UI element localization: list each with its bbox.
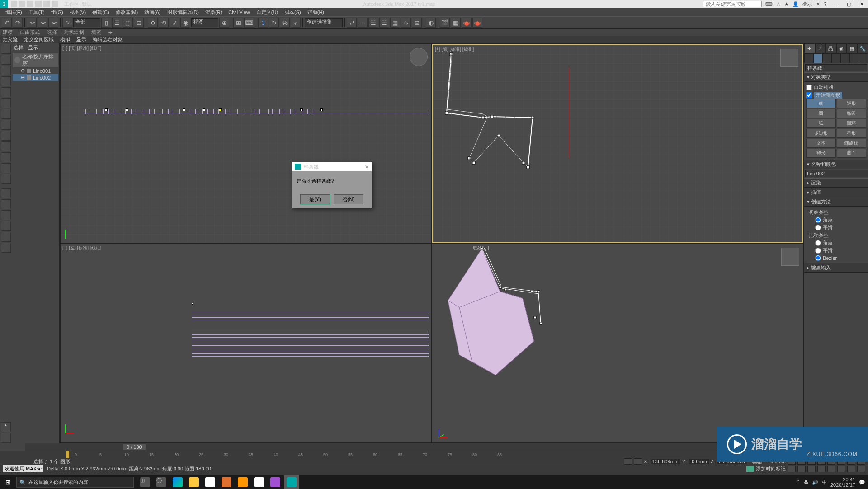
left-btn-layout[interactable] <box>1 433 11 443</box>
obj-text[interactable]: 文本 <box>806 139 836 148</box>
time-marker[interactable] <box>66 451 69 458</box>
left-btn-18[interactable] <box>1 232 11 242</box>
scale-button[interactable]: ⤢ <box>170 18 179 28</box>
minimize-button[interactable]: — <box>830 0 843 8</box>
frame-indicator[interactable]: 0 / 100 <box>123 444 146 450</box>
left-btn-13[interactable] <box>1 174 11 184</box>
app-notes[interactable] <box>251 475 267 489</box>
manip-button[interactable]: ⊞ <box>233 18 243 28</box>
selfilter-button[interactable]: ≋ <box>62 18 72 28</box>
ref-coord[interactable]: 视图 <box>191 18 218 27</box>
viewcube[interactable] <box>410 48 428 66</box>
layer-button[interactable]: ☱ <box>368 18 378 28</box>
nav-x1[interactable] <box>847 466 855 472</box>
named-selset[interactable]: 创建选择集 <box>305 18 343 27</box>
obj-donut[interactable]: 圆环 <box>837 119 867 128</box>
user-icon[interactable]: 👤 <box>793 1 799 7</box>
menu-view[interactable]: 视图(V) <box>67 9 89 16</box>
timetag-icon[interactable] <box>746 466 754 472</box>
tray-net-icon[interactable]: 🖧 <box>803 480 808 485</box>
notifications-icon[interactable]: 💬 <box>859 480 865 485</box>
nav-max[interactable] <box>837 466 845 472</box>
qat-undo-icon[interactable] <box>35 1 42 7</box>
sub-geometry[interactable] <box>804 53 813 63</box>
sub-shapes[interactable] <box>813 53 822 63</box>
selrect-button[interactable]: ⬚ <box>123 18 133 28</box>
tab-motion[interactable]: ◉ <box>836 43 847 53</box>
app-firefox[interactable] <box>235 475 250 489</box>
drag-corner-radio[interactable] <box>815 240 821 246</box>
renderprod-button[interactable]: 🫖 <box>472 18 482 28</box>
visibility-icon[interactable] <box>14 57 20 63</box>
left-btn-8[interactable] <box>1 120 11 130</box>
startshape-checkbox[interactable] <box>806 92 812 98</box>
ribbon-objpaint[interactable]: 对象绘制 <box>64 29 84 36</box>
addtime-label[interactable]: 添加时间标记 <box>756 465 786 472</box>
tray-up-icon[interactable]: ˄ <box>797 480 800 485</box>
init-corner-radio[interactable] <box>815 217 821 223</box>
snap-button[interactable]: 3 <box>258 18 268 28</box>
selwindow-button[interactable]: ⊡ <box>134 18 144 28</box>
left-btn-7[interactable] <box>1 109 11 119</box>
menu-modifiers[interactable]: 修改器(M) <box>113 9 141 16</box>
cortana-button[interactable]: ◯ <box>154 475 169 489</box>
maximize-button[interactable]: ▢ <box>843 0 855 8</box>
rollout-render-header[interactable]: ▸ 渲染 <box>804 178 868 188</box>
obj-helix[interactable]: 螺旋线 <box>837 139 867 148</box>
tray-ime-icon[interactable]: 中 <box>822 479 827 486</box>
sub-sim[interactable]: 模拟 <box>60 36 70 43</box>
sub-systems[interactable] <box>859 53 868 63</box>
taskview-button[interactable]: ◫ <box>137 475 153 489</box>
tab-create[interactable]: ✚ <box>804 43 815 53</box>
anglesnap-button[interactable]: ↻ <box>269 18 279 28</box>
ribbon-modeling[interactable]: 建模 <box>3 29 13 36</box>
left-btn-4[interactable] <box>1 76 11 86</box>
viewport-front[interactable]: [+] [前] [标准] [线框] <box>432 44 803 243</box>
nav-orbit[interactable] <box>797 466 806 472</box>
taskbar-search[interactable]: 🔍 在这里输入你要搜索的内容 <box>16 477 134 488</box>
lock-button[interactable] <box>624 458 632 465</box>
menu-help[interactable]: 帮助(H) <box>305 9 327 16</box>
qat-save-icon[interactable] <box>27 1 33 7</box>
left-btn-6[interactable] <box>1 98 11 108</box>
scene-tab-select[interactable]: 选择 <box>14 44 24 51</box>
sub-editsel[interactable]: 编辑选定对象 <box>93 36 123 43</box>
link-button[interactable]: ⫘ <box>27 18 37 28</box>
left-btn-5[interactable] <box>1 87 11 97</box>
sub-idle[interactable]: 定义空闲区域 <box>24 36 54 43</box>
workspace-selector[interactable]: 工作区: 默认 <box>61 1 95 8</box>
keycheck-icon[interactable]: ⌨ <box>765 1 773 7</box>
bind-button[interactable]: ⫘ <box>48 18 58 28</box>
abs-button[interactable] <box>634 458 642 465</box>
left-btn-10[interactable] <box>1 141 11 151</box>
selname-button[interactable]: ☰ <box>112 18 122 28</box>
selection-filter[interactable]: 全部 <box>73 18 100 27</box>
menu-create[interactable]: 创建(C) <box>90 9 112 16</box>
object-name-input[interactable] <box>805 170 868 177</box>
menu-tools[interactable]: 工具(T) <box>26 9 47 16</box>
help-search-input[interactable] <box>703 1 762 7</box>
unlink-button[interactable]: ⫘ <box>38 18 47 28</box>
sub-spacewarps[interactable] <box>850 53 859 63</box>
drag-bezier-radio[interactable] <box>815 255 821 261</box>
nav-pan[interactable] <box>788 466 796 472</box>
viewport-label[interactable]: [+] [顶] [标准] [线框] <box>62 45 101 52</box>
qat-open-icon[interactable] <box>19 1 25 7</box>
rollout-interp-header[interactable]: ▸ 插值 <box>804 188 868 197</box>
spinner-button[interactable]: ⟐ <box>291 18 301 28</box>
dialog-titlebar[interactable]: 样条线 ✕ <box>292 162 372 171</box>
qat-link-icon[interactable] <box>52 1 58 7</box>
qat-new-icon[interactable] <box>11 1 17 7</box>
select-button[interactable]: ▯ <box>101 18 111 28</box>
tab-display[interactable]: ▦ <box>847 43 858 53</box>
taskbar-clock[interactable]: 20:41 2020/12/17 <box>830 477 855 488</box>
tab-modify[interactable]: ☄ <box>815 43 826 53</box>
ribbon-selection[interactable]: 选择 <box>47 29 57 36</box>
rollout-method-header[interactable]: ▾ 创建方法 <box>804 197 868 207</box>
app-logo[interactable]: 3 <box>0 0 8 8</box>
pctsnap-button[interactable]: % <box>280 18 290 28</box>
left-btn-9[interactable] <box>1 131 11 141</box>
nav-zoom[interactable] <box>807 466 816 472</box>
menu-script[interactable]: 脚本(S) <box>282 9 304 16</box>
dialog-close-icon[interactable]: ✕ <box>365 164 369 170</box>
